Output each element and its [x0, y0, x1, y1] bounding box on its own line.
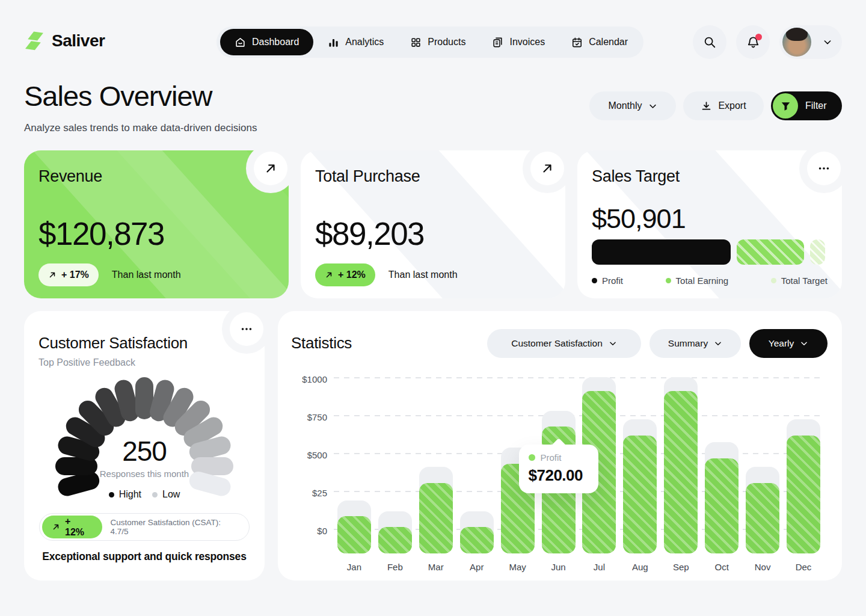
card-title: Customer Satisfaction	[38, 334, 188, 353]
revenue-value: $120,873	[38, 215, 164, 252]
tooltip-series-dot	[529, 454, 535, 461]
segment-total-target	[810, 239, 825, 265]
bar-group-oct	[705, 377, 739, 553]
view-value: Summary	[668, 338, 708, 349]
legend-dot	[666, 278, 671, 283]
nav-item-invoices[interactable]: Invoices	[480, 29, 557, 55]
csat-score: Customer Satisfaction (CSAT): 4.7/5	[111, 518, 241, 536]
brand-logo[interactable]: Saliver	[24, 30, 105, 52]
total-purchase-value: $89,203	[315, 215, 424, 252]
x-axis-label: Jan	[334, 562, 375, 572]
statistics-card: Statistics Customer Satisfaction Summary…	[278, 311, 842, 581]
user-avatar	[782, 28, 811, 57]
chevron-down-icon	[823, 37, 832, 47]
tooltip-series: Profit	[541, 452, 562, 463]
bar-apr[interactable]	[460, 527, 494, 553]
sales-target-card: Sales Target $50,901 ProfitTotal Earning…	[577, 150, 842, 298]
more-dots-icon	[240, 322, 253, 336]
chevron-down-icon	[800, 339, 808, 348]
period-value: Monthly	[608, 100, 642, 111]
total-purchase-card: Total Purchase $89,203 + 12% Than last m…	[301, 150, 565, 298]
nav-label: Invoices	[509, 37, 545, 48]
y-axis-label: $0	[290, 526, 327, 536]
x-axis-label: Nov	[742, 562, 783, 572]
bar-group-sep	[664, 377, 698, 553]
page-title: Sales Overview	[24, 79, 212, 112]
bar-mar[interactable]	[419, 483, 453, 553]
compare-note: Than last month	[112, 270, 181, 280]
satisfaction-more-button[interactable]	[230, 312, 263, 346]
bar-sep[interactable]	[664, 391, 698, 553]
legend-dot	[771, 278, 776, 283]
lightning-logo-icon	[24, 30, 46, 52]
filter-button[interactable]: Filter	[771, 91, 842, 120]
metric-value: Customer Satisfaction	[511, 338, 603, 349]
bar-group-feb	[378, 377, 412, 553]
card-subtitle: Top Positive Feedback	[38, 357, 135, 368]
sales-target-legend: ProfitTotal EarningTotal Target	[592, 276, 828, 286]
metric-select[interactable]: Customer Satisfaction	[487, 329, 641, 358]
arrow-up-right-icon	[48, 271, 57, 279]
bar-group-jan	[337, 377, 371, 553]
nav-label: Products	[428, 37, 465, 48]
nav-item-analytics[interactable]: Analytics	[316, 29, 396, 55]
delta-badge: + 17%	[38, 263, 99, 286]
x-axis-label: Mar	[416, 562, 456, 572]
bar-dec[interactable]	[787, 436, 820, 553]
brand-name: Saliver	[52, 31, 105, 51]
nav-item-calendar[interactable]: Calendar	[559, 29, 640, 55]
delta-badge: + 12%	[42, 516, 102, 538]
x-axis-label: Oct	[701, 562, 742, 572]
range-value: Yearly	[769, 338, 794, 349]
bar-chart-icon	[328, 37, 339, 48]
period-select[interactable]: Monthly	[589, 91, 676, 120]
profit-bar-chart: Profit $720.00 $1000$750$500$25$0JanFebM…	[334, 377, 824, 553]
y-axis-label: $25	[290, 488, 327, 498]
gauge-value: 250	[24, 435, 265, 467]
arrow-up-right-icon	[325, 271, 333, 279]
bar-aug[interactable]	[623, 436, 657, 553]
bar-group-nov	[746, 377, 779, 553]
sales-target-more-button[interactable]	[807, 152, 841, 185]
nav-item-products[interactable]: Products	[398, 29, 478, 55]
bar-nov[interactable]	[746, 483, 779, 553]
bar-jan[interactable]	[337, 516, 371, 553]
y-axis-label: $500	[290, 450, 327, 460]
card-title: Sales Target	[592, 167, 828, 186]
open-revenue-button[interactable]	[254, 152, 287, 185]
delta-badge: + 12%	[315, 263, 375, 286]
more-dots-icon	[817, 162, 831, 175]
tooltip-value: $720.00	[529, 466, 589, 485]
view-select[interactable]: Summary	[650, 329, 741, 358]
home-icon	[235, 37, 246, 48]
bar-oct[interactable]	[705, 458, 739, 553]
y-axis-label: $750	[290, 412, 327, 422]
legend-dot	[152, 492, 158, 497]
legend-item: Total Earning	[666, 276, 729, 286]
arrow-up-right-icon	[264, 162, 277, 175]
range-select[interactable]: Yearly	[749, 329, 828, 358]
x-axis-label: Aug	[619, 562, 660, 572]
legend-item: Total Target	[771, 276, 828, 286]
legend-item: Profit	[592, 276, 623, 286]
x-axis-label: May	[497, 562, 538, 572]
bar-feb[interactable]	[378, 527, 412, 553]
notifications-button[interactable]	[736, 25, 770, 59]
nav-item-dashboard[interactable]: Dashboard	[220, 29, 313, 55]
legend-label: Hight	[119, 489, 141, 500]
user-menu[interactable]	[779, 25, 842, 59]
nav-label: Dashboard	[252, 37, 299, 48]
search-icon	[703, 35, 716, 49]
satisfaction-note: Exceptional support and quick responses	[24, 550, 265, 563]
bar-group-dec	[787, 377, 820, 553]
bar-group-aug	[623, 377, 657, 553]
search-button[interactable]	[693, 25, 726, 59]
bar-group-mar	[419, 377, 453, 553]
export-button[interactable]: Export	[683, 91, 764, 120]
arrow-up-right-icon	[52, 523, 60, 531]
chevron-down-icon	[648, 102, 657, 111]
card-title: Statistics	[291, 334, 352, 353]
legend-dot	[109, 492, 114, 497]
open-total-purchase-button[interactable]	[530, 152, 564, 185]
x-axis-label: Jul	[579, 562, 620, 572]
